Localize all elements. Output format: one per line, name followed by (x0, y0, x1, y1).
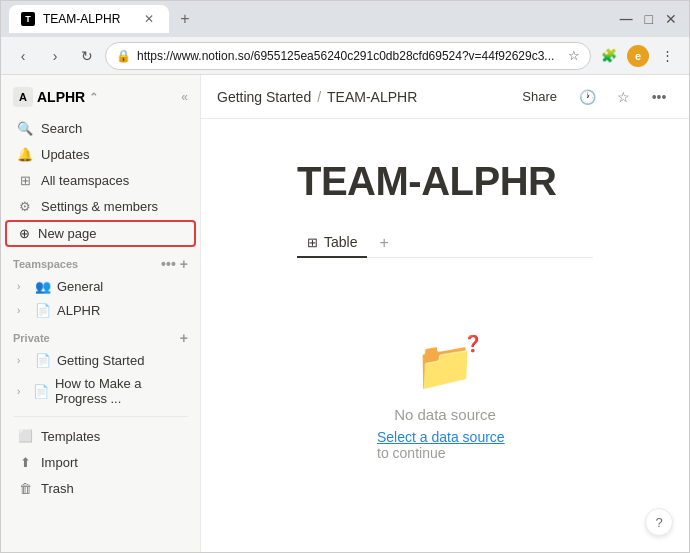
table-tab[interactable]: ⊞ Table (297, 228, 367, 258)
navigation-bar: ‹ › ↻ 🔒 https://www.notion.so/6955125ea5… (1, 37, 689, 75)
table-tab-label: Table (324, 234, 357, 250)
title-bar: T TEAM-ALPHR ✕ + ─ □ ✕ (1, 1, 689, 37)
templates-label: Templates (41, 429, 100, 444)
sidebar-divider (13, 416, 188, 417)
forward-button[interactable]: › (41, 42, 69, 70)
tab-favicon: T (21, 12, 35, 26)
close-button[interactable]: ✕ (661, 11, 681, 27)
sidebar-header: A ALPHR ⌃ « (1, 83, 200, 111)
new-page-icon: ⊕ (19, 226, 30, 241)
app-layout: A ALPHR ⌃ « 🔍 Search 🔔 Updates ⊞ All tea… (1, 75, 689, 552)
address-bar[interactable]: 🔒 https://www.notion.so/6955125ea56240c2… (105, 42, 591, 70)
new-tab-button[interactable]: + (173, 7, 197, 31)
help-button[interactable]: ? (645, 508, 673, 536)
page-body: TEAM-ALPHR ⊞ Table + 📁❓ No data source S… (201, 119, 689, 552)
import-label: Import (41, 455, 78, 470)
workspace-label: ALPHR (37, 89, 85, 105)
breadcrumb-parent[interactable]: Getting Started (217, 89, 311, 105)
sidebar-item-how-to[interactable]: › 📄 How to Make a Progress ... (5, 373, 196, 409)
main-content: Getting Started / TEAM-ALPHR Share 🕐 ☆ •… (201, 75, 689, 552)
minimize-button[interactable]: ─ (616, 9, 637, 30)
import-icon: ⬆ (17, 454, 33, 470)
general-chevron-icon: › (17, 281, 29, 292)
sidebar-item-trash[interactable]: 🗑 Trash (5, 476, 196, 500)
tab-bar: ⊞ Table + (297, 228, 593, 258)
share-button[interactable]: Share (514, 85, 565, 108)
alphr-label: ALPHR (57, 303, 100, 318)
private-add-button[interactable]: + (180, 330, 188, 346)
reload-button[interactable]: ↻ (73, 42, 101, 70)
extensions-icon[interactable]: 🧩 (595, 42, 623, 70)
general-label: General (57, 279, 103, 294)
sidebar-collapse-button[interactable]: « (181, 90, 188, 104)
templates-icon: ⬜ (17, 428, 33, 444)
search-label: Search (41, 121, 82, 136)
star-icon[interactable]: ☆ (609, 83, 637, 111)
sidebar-item-search[interactable]: 🔍 Search (5, 116, 196, 140)
tab-title: TEAM-ALPHR (43, 12, 133, 26)
new-page-item[interactable]: ⊕ New page (5, 220, 196, 247)
workspace-name[interactable]: A ALPHR ⌃ (13, 87, 98, 107)
teamspaces-more-button[interactable]: ••• (161, 256, 176, 272)
sidebar-item-templates[interactable]: ⬜ Templates (5, 424, 196, 448)
sidebar-item-import[interactable]: ⬆ Import (5, 450, 196, 474)
alphr-chevron-icon: › (17, 305, 29, 316)
header-actions: Share 🕐 ☆ ••• (514, 83, 673, 111)
trash-icon: 🗑 (17, 480, 33, 496)
getting-started-label: Getting Started (57, 353, 144, 368)
getting-started-icon: 📄 (35, 352, 51, 368)
how-to-chevron-icon: › (17, 386, 27, 397)
teamspaces-icon: ⊞ (17, 172, 33, 188)
sidebar-item-general[interactable]: › 👥 General (5, 275, 196, 297)
question-mark-icon: ❓ (463, 334, 483, 353)
page-title: TEAM-ALPHR (297, 159, 593, 204)
browser-tab[interactable]: T TEAM-ALPHR ✕ (9, 5, 169, 33)
sidebar-item-alphr[interactable]: › 📄 ALPHR (5, 299, 196, 321)
history-icon[interactable]: 🕐 (573, 83, 601, 111)
empty-folder-icon: 📁❓ (415, 338, 475, 394)
browser-menu-icon[interactable]: ⋮ (653, 42, 681, 70)
breadcrumb: Getting Started / TEAM-ALPHR (217, 89, 417, 105)
how-to-icon: 📄 (33, 383, 49, 399)
more-options-icon[interactable]: ••• (645, 83, 673, 111)
teamspaces-section-label: Teamspaces ••• + (1, 248, 200, 274)
updates-label: Updates (41, 147, 89, 162)
back-button[interactable]: ‹ (9, 42, 37, 70)
empty-state-suffix: to continue (377, 445, 446, 461)
settings-icon: ⚙ (17, 198, 33, 214)
sidebar-item-settings[interactable]: ⚙ Settings & members (5, 194, 196, 218)
general-icon: 👥 (35, 278, 51, 294)
profile-icon[interactable]: e (627, 45, 649, 67)
alphr-icon: 📄 (35, 302, 51, 318)
how-to-label: How to Make a Progress ... (55, 376, 184, 406)
sidebar: A ALPHR ⌃ « 🔍 Search 🔔 Updates ⊞ All tea… (1, 75, 201, 552)
browser-nav-icons: 🧩 e ⋮ (595, 42, 681, 70)
teamspaces-add-button[interactable]: + (180, 256, 188, 272)
empty-state-subtitle: Select a data source to continue (377, 429, 513, 461)
sidebar-item-all-teamspaces[interactable]: ⊞ All teamspaces (5, 168, 196, 192)
private-section-label: Private + (1, 322, 200, 348)
private-section-actions: + (180, 330, 188, 346)
teamspaces-section-actions: ••• + (161, 256, 188, 272)
all-teamspaces-label: All teamspaces (41, 173, 129, 188)
empty-state-title: No data source (394, 406, 496, 423)
url-text: https://www.notion.so/6955125ea56240c291… (137, 49, 562, 63)
breadcrumb-separator: / (317, 89, 321, 105)
maximize-button[interactable]: □ (641, 11, 657, 27)
sidebar-item-updates[interactable]: 🔔 Updates (5, 142, 196, 166)
add-view-button[interactable]: + (371, 230, 396, 256)
table-icon: ⊞ (307, 235, 318, 250)
getting-started-chevron-icon: › (17, 355, 29, 366)
breadcrumb-bar: Getting Started / TEAM-ALPHR Share 🕐 ☆ •… (201, 75, 689, 119)
search-icon: 🔍 (17, 120, 33, 136)
settings-label: Settings & members (41, 199, 158, 214)
tab-close-button[interactable]: ✕ (141, 11, 157, 27)
breadcrumb-current: TEAM-ALPHR (327, 89, 417, 105)
workspace-avatar: A (13, 87, 33, 107)
updates-icon: 🔔 (17, 146, 33, 162)
empty-state: 📁❓ No data source Select a data source t… (297, 258, 593, 541)
trash-label: Trash (41, 481, 74, 496)
bookmark-icon[interactable]: ☆ (568, 48, 580, 63)
select-data-source-link[interactable]: Select a data source (377, 429, 505, 445)
sidebar-item-getting-started[interactable]: › 📄 Getting Started (5, 349, 196, 371)
